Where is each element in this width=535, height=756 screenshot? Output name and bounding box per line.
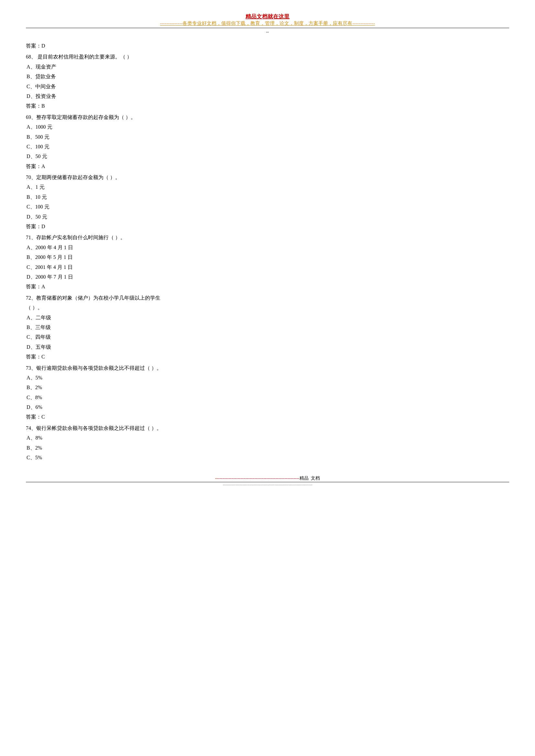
option-70-d: D、50 元	[26, 212, 509, 222]
footer-space	[309, 476, 311, 481]
footer-label-jingpin: 精品	[299, 476, 309, 481]
answer-69: 答案：A	[26, 162, 509, 171]
option-68-b: B、贷款业务	[26, 72, 509, 81]
question-block-68: 68、 是目前农村信用社盈利的主要来源。（ ） A、现金资产 B、贷款业务 C、…	[26, 52, 509, 111]
option-72-c: C、四年级	[26, 332, 509, 342]
option-71-c: C、2001 年 4 月 1 日	[26, 262, 509, 272]
question-block-69: 69、整存零取定期储蓄存款的起存金额为（ ）。 A、1000 元 B、500 元…	[26, 113, 509, 171]
page-footer: ----------------------------------------…	[26, 475, 509, 487]
header-dash: --	[26, 29, 509, 35]
option-74-a: A、8%	[26, 433, 509, 443]
question-72: 72、教育储蓄的对象（储户）为在校小学几年级以上的学生（ ）。	[26, 293, 509, 313]
question-70: 70、定期两便储蓄存款起存金额为（ ）。	[26, 173, 509, 182]
header-title: 精品文档就在这里	[26, 13, 509, 20]
footer-dashes: ----------------------------------------…	[215, 476, 299, 481]
option-69-c: C、100 元	[26, 142, 509, 151]
footer-bottom-line: ----------------------------------------…	[26, 482, 509, 487]
option-70-c: C、100 元	[26, 202, 509, 212]
option-70-b: B、10 元	[26, 192, 509, 202]
option-72-a: A、二年级	[26, 313, 509, 323]
question-block-73: 73、银行逾期贷款余额与各项贷款余额之比不得超过（ ）。 A、5% B、2% C…	[26, 363, 509, 422]
option-69-a: A、1000 元	[26, 122, 509, 132]
answer-70: 答案：D	[26, 222, 509, 231]
footer-dash-line: ----------------------------------------…	[26, 475, 509, 481]
option-69-b: B、500 元	[26, 132, 509, 142]
question-block-70: 70、定期两便储蓄存款起存金额为（ ）。 A、1 元 B、10 元 C、100 …	[26, 173, 509, 231]
question-block-74: 74、银行呆帐贷款余额与各项贷款余额之比不得超过（ ）。 A、8% B、2% C…	[26, 423, 509, 463]
answer-67: 答案：D	[26, 41, 509, 51]
content-area: 答案：D 68、 是目前农村信用社盈利的主要来源。（ ） A、现金资产 B、贷款…	[26, 41, 509, 463]
option-71-b: B、2000 年 5 月 1 日	[26, 253, 509, 262]
question-71: 71、存款帐户实名制自什么时间施行（ ）。	[26, 233, 509, 242]
question-73: 73、银行逾期贷款余额与各项贷款余额之比不得超过（ ）。	[26, 363, 509, 373]
answer-block-67: 答案：D	[26, 41, 509, 51]
header-subtitle: --------------各类专业好文档，值得你下载，教育，管理，论文，制度，…	[26, 20, 509, 26]
question-69: 69、整存零取定期储蓄存款的起存金额为（ ）。	[26, 113, 509, 122]
option-72-d: D、五年级	[26, 342, 509, 352]
option-68-a: A、现金资产	[26, 62, 509, 72]
option-68-d: D、投资业务	[26, 92, 509, 101]
option-73-c: C、8%	[26, 393, 509, 402]
footer-bottom-dashes: ----------------------------------------…	[223, 482, 312, 487]
option-70-a: A、1 元	[26, 182, 509, 192]
question-block-71: 71、存款帐户实名制自什么时间施行（ ）。 A、2000 年 4 月 1 日 B…	[26, 233, 509, 291]
option-73-b: B、2%	[26, 383, 509, 392]
answer-72: 答案：C	[26, 352, 509, 362]
option-71-a: A、2000 年 4 月 1 日	[26, 243, 509, 253]
header-divider	[26, 28, 509, 28]
option-71-d: D、2000 年 7 月 1 日	[26, 272, 509, 282]
option-74-b: B、2%	[26, 443, 509, 453]
option-69-d: D、50 元	[26, 151, 509, 161]
option-73-d: D、6%	[26, 402, 509, 412]
page-header: 精品文档就在这里 --------------各类专业好文档，值得你下载，教育，…	[26, 13, 509, 35]
answer-73: 答案：C	[26, 412, 509, 422]
question-68: 68、 是目前农村信用社盈利的主要来源。（ ）	[26, 52, 509, 62]
footer-label-wendang: 文档	[311, 476, 320, 481]
option-74-c: C、5%	[26, 453, 509, 463]
option-73-a: A、5%	[26, 373, 509, 383]
option-68-c: C、中间业务	[26, 82, 509, 92]
question-block-72: 72、教育储蓄的对象（储户）为在校小学几年级以上的学生（ ）。 A、二年级 B、…	[26, 293, 509, 362]
answer-68: 答案：B	[26, 101, 509, 111]
answer-71: 答案：A	[26, 282, 509, 291]
option-72-b: B、三年级	[26, 323, 509, 332]
question-74: 74、银行呆帐贷款余额与各项贷款余额之比不得超过（ ）。	[26, 423, 509, 433]
